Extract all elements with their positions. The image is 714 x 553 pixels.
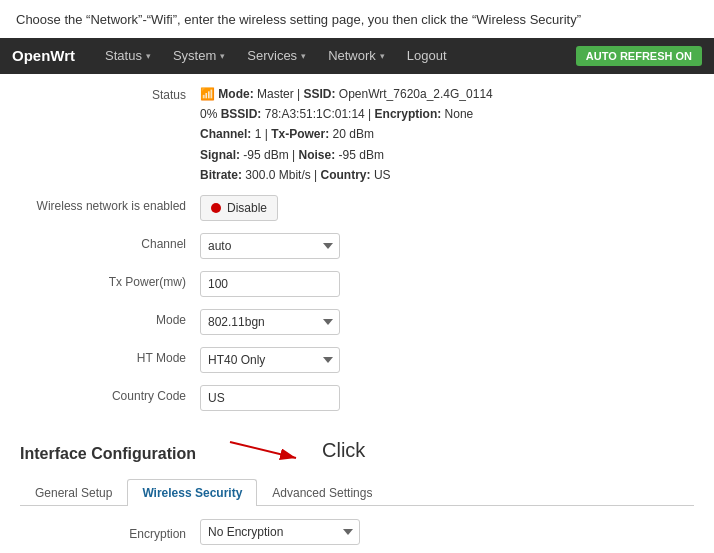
tx-power-label: Tx Power(mw) — [20, 271, 200, 289]
channel-select[interactable]: auto 1 2 3 — [200, 233, 340, 259]
country-code-input[interactable] — [200, 385, 340, 411]
encryption-select[interactable]: No Encryption WEP WPA-PSK WPA2-PSK — [200, 519, 360, 545]
encryption-label: Encryption — [20, 523, 200, 541]
red-dot-icon — [211, 203, 221, 213]
status-line4: Signal: -95 dBm | Noise: -95 dBm — [200, 145, 694, 165]
ht-mode-row: HT Mode HT40 Only HT20 HT40+ — [20, 347, 694, 375]
mode-label: Mode — [20, 309, 200, 327]
svg-line-1 — [230, 442, 296, 458]
mode-row: Mode 802.11bgn 802.11b 802.11g — [20, 309, 694, 337]
auto-refresh-button[interactable]: AUTO REFRESH ON — [576, 46, 702, 66]
status-block: 📶 Mode: Master | SSID: OpenWrt_7620a_2.4… — [200, 84, 694, 186]
ht-mode-select[interactable]: HT40 Only HT20 HT40+ — [200, 347, 340, 373]
status-line5: Bitrate: 300.0 Mbit/s | Country: US — [200, 165, 694, 185]
wireless-enabled-row: Wireless network is enabled Disable — [20, 195, 694, 223]
channel-row: Channel auto 1 2 3 — [20, 233, 694, 261]
click-label: Click — [322, 439, 365, 462]
tab-wireless-security[interactable]: Wireless Security — [127, 479, 257, 506]
chevron-down-icon: ▾ — [301, 51, 306, 61]
tab-general-setup[interactable]: General Setup — [20, 479, 127, 506]
encryption-row: Encryption No Encryption WEP WPA-PSK WPA… — [20, 518, 694, 546]
main-content: Status 📶 Mode: Master | SSID: OpenWrt_76… — [0, 74, 714, 554]
interface-config-section: Interface Configuration Click General Se… — [20, 427, 694, 546]
chevron-down-icon: ▾ — [380, 51, 385, 61]
tab-advanced-settings[interactable]: Advanced Settings — [257, 479, 387, 506]
status-label: Status — [20, 84, 200, 102]
status-row: Status 📶 Mode: Master | SSID: OpenWrt_76… — [20, 84, 694, 186]
disable-button[interactable]: Disable — [200, 195, 278, 221]
section-heading: Interface Configuration — [20, 445, 196, 463]
status-line3: Channel: 1 | Tx-Power: 20 dBm — [200, 124, 694, 144]
chevron-down-icon: ▾ — [146, 51, 151, 61]
navbar-menu: Status ▾ System ▾ Services ▾ Network ▾ L… — [95, 42, 576, 69]
instruction-text: Choose the “Network”-“Wifi”, enter the w… — [0, 0, 714, 38]
navbar: OpenWrt Status ▾ System ▾ Services ▾ Net… — [0, 38, 714, 74]
nav-status[interactable]: Status ▾ — [95, 42, 161, 69]
status-line2: 0% BSSID: 78:A3:51:1C:01:14 | Encryption… — [200, 104, 694, 124]
click-arrow-svg — [228, 436, 308, 464]
tx-power-row: Tx Power(mw) — [20, 271, 694, 299]
wireless-enabled-label: Wireless network is enabled — [20, 195, 200, 213]
interface-tabs: General Setup Wireless Security Advanced… — [20, 479, 694, 506]
status-line1: 📶 Mode: Master | SSID: OpenWrt_7620a_2.4… — [200, 84, 694, 104]
mode-select[interactable]: 802.11bgn 802.11b 802.11g — [200, 309, 340, 335]
nav-system[interactable]: System ▾ — [163, 42, 235, 69]
status-value: 📶 Mode: Master | SSID: OpenWrt_7620a_2.4… — [200, 84, 694, 186]
country-code-label: Country Code — [20, 385, 200, 403]
nav-logout[interactable]: Logout — [397, 42, 457, 69]
channel-label: Channel — [20, 233, 200, 251]
chevron-down-icon: ▾ — [220, 51, 225, 61]
nav-network[interactable]: Network ▾ — [318, 42, 395, 69]
nav-services[interactable]: Services ▾ — [237, 42, 316, 69]
ht-mode-label: HT Mode — [20, 347, 200, 365]
navbar-brand: OpenWrt — [12, 47, 75, 64]
country-code-row: Country Code — [20, 385, 694, 413]
tx-power-input[interactable] — [200, 271, 340, 297]
